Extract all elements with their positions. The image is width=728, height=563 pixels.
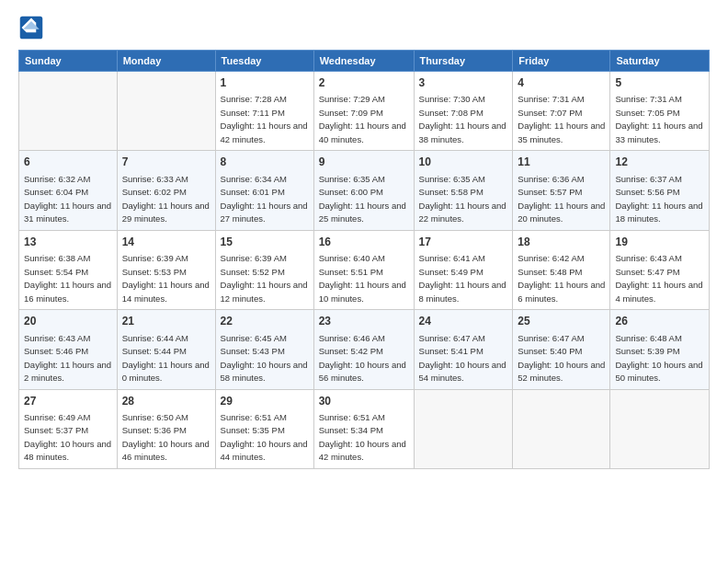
day-number: 28 bbox=[122, 394, 210, 409]
calendar-cell bbox=[414, 389, 513, 468]
day-info: Sunrise: 7:28 AMSunset: 7:11 PMDaylight:… bbox=[221, 94, 308, 144]
day-number: 24 bbox=[419, 314, 508, 329]
day-number: 6 bbox=[24, 155, 112, 170]
calendar-cell: 24Sunrise: 6:47 AMSunset: 5:41 PMDayligh… bbox=[414, 310, 513, 389]
col-sunday: Sunday bbox=[19, 51, 118, 72]
day-number: 22 bbox=[221, 314, 309, 329]
day-number: 25 bbox=[518, 314, 605, 329]
day-number: 29 bbox=[221, 394, 309, 409]
calendar-cell: 12Sunrise: 6:37 AMSunset: 5:56 PMDayligh… bbox=[610, 151, 710, 230]
day-number: 7 bbox=[122, 155, 210, 170]
calendar-cell: 29Sunrise: 6:51 AMSunset: 5:35 PMDayligh… bbox=[215, 389, 313, 468]
day-info: Sunrise: 6:41 AMSunset: 5:49 PMDaylight:… bbox=[419, 253, 506, 304]
day-number: 2 bbox=[319, 75, 409, 91]
day-number: 9 bbox=[319, 155, 409, 170]
calendar-cell: 11Sunrise: 6:36 AMSunset: 5:57 PMDayligh… bbox=[513, 151, 610, 230]
day-info: Sunrise: 6:35 AMSunset: 6:00 PMDaylight:… bbox=[319, 174, 406, 224]
calendar-cell: 19Sunrise: 6:43 AMSunset: 5:47 PMDayligh… bbox=[610, 230, 710, 309]
day-info: Sunrise: 6:38 AMSunset: 5:54 PMDaylight:… bbox=[24, 253, 111, 304]
day-info: Sunrise: 6:35 AMSunset: 5:58 PMDaylight:… bbox=[419, 174, 506, 224]
calendar-cell: 4Sunrise: 7:31 AMSunset: 7:07 PMDaylight… bbox=[513, 72, 610, 151]
calendar-cell: 20Sunrise: 6:43 AMSunset: 5:46 PMDayligh… bbox=[19, 310, 118, 389]
col-thursday: Thursday bbox=[414, 51, 513, 72]
calendar-week-4: 20Sunrise: 6:43 AMSunset: 5:46 PMDayligh… bbox=[19, 310, 710, 389]
day-info: Sunrise: 6:40 AMSunset: 5:51 PMDaylight:… bbox=[319, 253, 406, 304]
calendar-week-3: 13Sunrise: 6:38 AMSunset: 5:54 PMDayligh… bbox=[19, 230, 710, 309]
day-info: Sunrise: 6:47 AMSunset: 5:41 PMDaylight:… bbox=[419, 333, 506, 384]
day-info: Sunrise: 6:43 AMSunset: 5:46 PMDaylight:… bbox=[24, 333, 111, 384]
day-number: 12 bbox=[615, 155, 704, 170]
logo-icon bbox=[18, 15, 44, 40]
day-info: Sunrise: 6:44 AMSunset: 5:44 PMDaylight:… bbox=[122, 333, 210, 384]
calendar-cell: 8Sunrise: 6:34 AMSunset: 6:01 PMDaylight… bbox=[215, 151, 313, 230]
calendar-cell: 21Sunrise: 6:44 AMSunset: 5:44 PMDayligh… bbox=[117, 310, 215, 389]
calendar-cell: 1Sunrise: 7:28 AMSunset: 7:11 PMDaylight… bbox=[215, 72, 313, 151]
day-number: 18 bbox=[518, 235, 605, 250]
calendar-week-1: 1Sunrise: 7:28 AMSunset: 7:11 PMDaylight… bbox=[19, 72, 710, 151]
day-number: 3 bbox=[419, 75, 508, 91]
day-info: Sunrise: 6:48 AMSunset: 5:39 PMDaylight:… bbox=[615, 333, 702, 384]
calendar-cell bbox=[513, 389, 610, 468]
calendar-cell: 22Sunrise: 6:45 AMSunset: 5:43 PMDayligh… bbox=[215, 310, 313, 389]
col-saturday: Saturday bbox=[610, 51, 710, 72]
calendar-cell: 30Sunrise: 6:51 AMSunset: 5:34 PMDayligh… bbox=[313, 389, 414, 468]
col-monday: Monday bbox=[117, 51, 215, 72]
day-info: Sunrise: 6:42 AMSunset: 5:48 PMDaylight:… bbox=[518, 253, 605, 304]
calendar-cell: 28Sunrise: 6:50 AMSunset: 5:36 PMDayligh… bbox=[117, 389, 215, 468]
calendar-cell: 6Sunrise: 6:32 AMSunset: 6:04 PMDaylight… bbox=[19, 151, 118, 230]
calendar-cell: 13Sunrise: 6:38 AMSunset: 5:54 PMDayligh… bbox=[19, 230, 118, 309]
day-number: 1 bbox=[221, 75, 309, 91]
day-number: 8 bbox=[221, 155, 309, 170]
day-number: 16 bbox=[319, 235, 409, 250]
day-info: Sunrise: 6:43 AMSunset: 5:47 PMDaylight:… bbox=[615, 253, 702, 304]
day-number: 21 bbox=[122, 314, 210, 329]
calendar-cell: 15Sunrise: 6:39 AMSunset: 5:52 PMDayligh… bbox=[215, 230, 313, 309]
calendar-cell: 27Sunrise: 6:49 AMSunset: 5:37 PMDayligh… bbox=[19, 389, 118, 468]
calendar-body: 1Sunrise: 7:28 AMSunset: 7:11 PMDaylight… bbox=[19, 72, 710, 469]
calendar-week-5: 27Sunrise: 6:49 AMSunset: 5:37 PMDayligh… bbox=[19, 389, 710, 468]
calendar-cell: 14Sunrise: 6:39 AMSunset: 5:53 PMDayligh… bbox=[117, 230, 215, 309]
day-info: Sunrise: 6:34 AMSunset: 6:01 PMDaylight:… bbox=[221, 174, 308, 224]
col-wednesday: Wednesday bbox=[313, 51, 414, 72]
calendar-cell: 17Sunrise: 6:41 AMSunset: 5:49 PMDayligh… bbox=[414, 230, 513, 309]
day-number: 11 bbox=[518, 155, 605, 170]
day-number: 15 bbox=[221, 235, 309, 250]
calendar-header: Sunday Monday Tuesday Wednesday Thursday… bbox=[19, 51, 710, 72]
calendar-cell: 16Sunrise: 6:40 AMSunset: 5:51 PMDayligh… bbox=[313, 230, 414, 309]
day-number: 27 bbox=[24, 394, 112, 409]
calendar-cell: 18Sunrise: 6:42 AMSunset: 5:48 PMDayligh… bbox=[513, 230, 610, 309]
day-number: 14 bbox=[122, 235, 210, 250]
day-info: Sunrise: 6:45 AMSunset: 5:43 PMDaylight:… bbox=[221, 333, 308, 384]
col-tuesday: Tuesday bbox=[215, 51, 313, 72]
day-info: Sunrise: 6:33 AMSunset: 6:02 PMDaylight:… bbox=[122, 174, 210, 224]
day-info: Sunrise: 6:50 AMSunset: 5:36 PMDaylight:… bbox=[122, 412, 210, 463]
calendar-week-2: 6Sunrise: 6:32 AMSunset: 6:04 PMDaylight… bbox=[19, 151, 710, 230]
day-info: Sunrise: 6:51 AMSunset: 5:34 PMDaylight:… bbox=[319, 412, 406, 463]
day-number: 23 bbox=[319, 314, 409, 329]
day-info: Sunrise: 6:46 AMSunset: 5:42 PMDaylight:… bbox=[319, 333, 406, 384]
calendar-cell: 2Sunrise: 7:29 AMSunset: 7:09 PMDaylight… bbox=[313, 72, 414, 151]
day-info: Sunrise: 6:39 AMSunset: 5:53 PMDaylight:… bbox=[122, 253, 210, 304]
logo bbox=[18, 15, 48, 40]
page-header bbox=[18, 15, 710, 40]
calendar-cell: 26Sunrise: 6:48 AMSunset: 5:39 PMDayligh… bbox=[610, 310, 710, 389]
calendar-cell bbox=[117, 72, 215, 151]
calendar-cell: 25Sunrise: 6:47 AMSunset: 5:40 PMDayligh… bbox=[513, 310, 610, 389]
day-number: 20 bbox=[24, 314, 112, 329]
day-info: Sunrise: 6:37 AMSunset: 5:56 PMDaylight:… bbox=[615, 174, 702, 224]
calendar-cell: 5Sunrise: 7:31 AMSunset: 7:05 PMDaylight… bbox=[610, 72, 710, 151]
day-number: 4 bbox=[518, 75, 605, 91]
calendar-cell: 23Sunrise: 6:46 AMSunset: 5:42 PMDayligh… bbox=[313, 310, 414, 389]
col-friday: Friday bbox=[513, 51, 610, 72]
day-number: 26 bbox=[615, 314, 704, 329]
day-info: Sunrise: 6:47 AMSunset: 5:40 PMDaylight:… bbox=[518, 333, 605, 384]
day-info: Sunrise: 6:39 AMSunset: 5:52 PMDaylight:… bbox=[221, 253, 308, 304]
calendar-cell: 9Sunrise: 6:35 AMSunset: 6:00 PMDaylight… bbox=[313, 151, 414, 230]
day-info: Sunrise: 6:36 AMSunset: 5:57 PMDaylight:… bbox=[518, 174, 605, 224]
header-row: Sunday Monday Tuesday Wednesday Thursday… bbox=[19, 51, 710, 72]
day-info: Sunrise: 6:51 AMSunset: 5:35 PMDaylight:… bbox=[221, 412, 308, 463]
calendar-cell bbox=[19, 72, 118, 151]
day-info: Sunrise: 7:30 AMSunset: 7:08 PMDaylight:… bbox=[419, 94, 506, 144]
day-number: 17 bbox=[419, 235, 508, 250]
day-info: Sunrise: 7:29 AMSunset: 7:09 PMDaylight:… bbox=[319, 94, 406, 144]
